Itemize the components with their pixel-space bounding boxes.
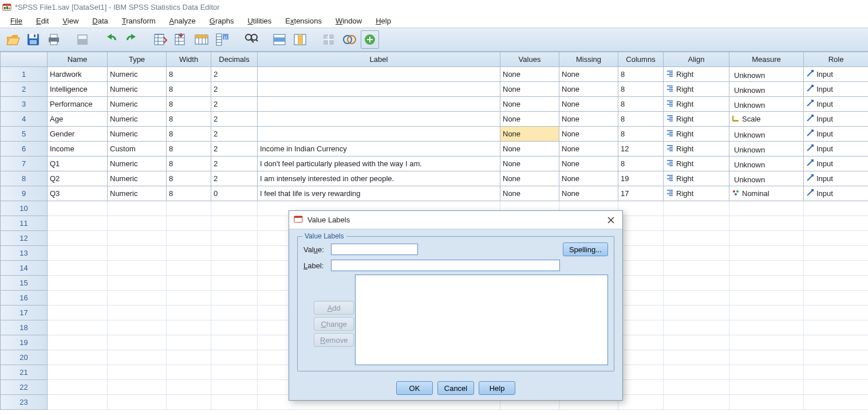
empty-cell[interactable]: [664, 335, 729, 350]
cell-role[interactable]: Input: [804, 142, 869, 156]
goto-variable-icon[interactable]: [172, 30, 190, 49]
value-input[interactable]: [331, 244, 418, 255]
cell-type[interactable]: Numeric: [108, 171, 167, 186]
weight-cases-icon[interactable]: [340, 30, 358, 49]
row-number[interactable]: 7: [1, 156, 48, 171]
cell-measure[interactable]: Unknown: [729, 67, 804, 82]
empty-cell[interactable]: [108, 216, 167, 231]
cell-measure[interactable]: Unknown: [729, 82, 804, 97]
table-row[interactable]: 3PerformanceNumeric82NoneNone8RightUnkno…: [1, 97, 869, 112]
close-icon[interactable]: [604, 213, 618, 227]
cell-values[interactable]: None: [500, 112, 559, 127]
empty-cell[interactable]: [108, 306, 167, 320]
col-width[interactable]: Width: [167, 52, 211, 67]
cell-decimals[interactable]: 0: [211, 186, 258, 201]
empty-cell[interactable]: [804, 380, 869, 395]
empty-cell[interactable]: [48, 350, 108, 365]
cell-decimals[interactable]: 2: [211, 127, 258, 142]
row-number[interactable]: 23: [1, 395, 48, 410]
row-number[interactable]: 5: [1, 127, 48, 142]
empty-cell[interactable]: [804, 365, 869, 380]
cell-decimals[interactable]: 2: [211, 82, 258, 97]
empty-cell[interactable]: [108, 320, 167, 335]
open-icon[interactable]: [3, 30, 22, 49]
cell-values[interactable]: None: [500, 127, 559, 142]
cell-role[interactable]: Input: [804, 67, 869, 82]
empty-cell[interactable]: [664, 365, 729, 380]
cell-missing[interactable]: None: [559, 171, 618, 186]
empty-cell[interactable]: [167, 365, 211, 380]
cancel-button[interactable]: Cancel: [437, 381, 474, 395]
empty-cell[interactable]: [167, 276, 211, 291]
cell-decimals[interactable]: 2: [211, 142, 258, 156]
cell-measure[interactable]: Unknown: [729, 156, 804, 171]
empty-cell[interactable]: [618, 261, 664, 276]
empty-cell[interactable]: [618, 320, 664, 335]
cell-width[interactable]: 8: [167, 171, 211, 186]
cell-missing[interactable]: None: [559, 112, 618, 127]
cell-type[interactable]: Numeric: [108, 127, 167, 142]
cell-measure[interactable]: Scale: [729, 112, 804, 127]
row-number[interactable]: 22: [1, 380, 48, 395]
cell-missing[interactable]: None: [559, 156, 618, 171]
empty-cell[interactable]: [664, 320, 729, 335]
row-number[interactable]: 2: [1, 82, 48, 97]
split-file-icon[interactable]: A: [319, 30, 338, 49]
empty-cell[interactable]: [664, 276, 729, 291]
empty-cell[interactable]: [108, 395, 167, 410]
cell-width[interactable]: 8: [167, 82, 211, 97]
cell-missing[interactable]: None: [559, 127, 618, 142]
empty-cell[interactable]: [108, 291, 167, 306]
empty-cell[interactable]: [729, 276, 804, 291]
empty-cell[interactable]: [211, 216, 258, 231]
col-missing[interactable]: Missing: [559, 52, 618, 67]
empty-cell[interactable]: [108, 276, 167, 291]
cell-columns[interactable]: 8: [618, 127, 664, 142]
table-row[interactable]: 7Q1Numeric82I don't feel particularly pl…: [1, 156, 869, 171]
empty-cell[interactable]: [664, 380, 729, 395]
row-number[interactable]: 10: [1, 201, 48, 216]
cell-name[interactable]: Intelligence: [48, 82, 108, 97]
cell-values[interactable]: None: [500, 156, 559, 171]
cell-measure[interactable]: Unknown: [729, 127, 804, 142]
empty-cell[interactable]: [211, 246, 258, 261]
cell-width[interactable]: 8: [167, 142, 211, 156]
table-row[interactable]: 2IntelligenceNumeric82NoneNone8RightUnkn…: [1, 82, 869, 97]
menu-extensions[interactable]: Extensions: [278, 15, 329, 26]
cell-name[interactable]: Hardwork: [48, 67, 108, 82]
cell-label[interactable]: [258, 97, 500, 112]
row-number[interactable]: 17: [1, 306, 48, 320]
empty-cell[interactable]: [729, 201, 804, 216]
cell-decimals[interactable]: 2: [211, 67, 258, 82]
cell-columns[interactable]: 17: [618, 186, 664, 201]
cell-columns[interactable]: 8: [618, 97, 664, 112]
empty-cell[interactable]: [664, 306, 729, 320]
spelling-button[interactable]: Spelling...: [563, 242, 608, 256]
empty-cell[interactable]: [108, 261, 167, 276]
cell-type[interactable]: Numeric: [108, 186, 167, 201]
empty-cell[interactable]: [48, 216, 108, 231]
empty-cell[interactable]: [664, 216, 729, 231]
cell-role[interactable]: Input: [804, 171, 869, 186]
empty-cell[interactable]: [108, 231, 167, 246]
cell-name[interactable]: Q1: [48, 156, 108, 171]
cell-width[interactable]: 8: [167, 186, 211, 201]
cell-columns[interactable]: 19: [618, 171, 664, 186]
redo-icon[interactable]: [123, 30, 141, 49]
row-number[interactable]: 16: [1, 291, 48, 306]
cell-width[interactable]: 8: [167, 127, 211, 142]
empty-cell[interactable]: [664, 201, 729, 216]
empty-cell[interactable]: [618, 365, 664, 380]
empty-cell[interactable]: [729, 335, 804, 350]
empty-cell[interactable]: [211, 335, 258, 350]
empty-cell[interactable]: [729, 291, 804, 306]
cell-name[interactable]: Q2: [48, 171, 108, 186]
empty-cell[interactable]: [618, 246, 664, 261]
col-decimals[interactable]: Decimals: [211, 52, 258, 67]
empty-cell[interactable]: [664, 395, 729, 410]
cell-align[interactable]: Right: [664, 67, 729, 82]
empty-cell[interactable]: [211, 350, 258, 365]
empty-cell[interactable]: [804, 350, 869, 365]
empty-cell[interactable]: [167, 261, 211, 276]
variables-icon[interactable]: [192, 30, 211, 49]
